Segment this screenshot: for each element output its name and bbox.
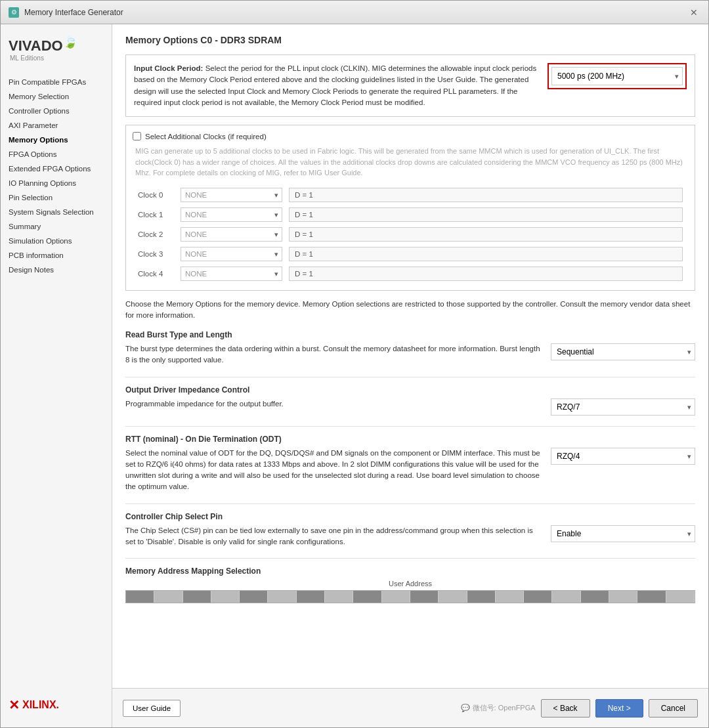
next-button[interactable]: Next > xyxy=(595,699,643,717)
app-icon: ⚙ xyxy=(9,7,19,18)
sidebar-item-controller-options[interactable]: Controller Options xyxy=(1,104,112,118)
title-bar: ⚙ Memory Interface Generator ✕ xyxy=(1,1,708,24)
clock-rows: Clock 0 NONE D = 1 Clock 1 xyxy=(133,185,688,284)
clock-row-2: Clock 2 NONE D = 1 xyxy=(133,225,688,244)
clock-1-select-wrapper: NONE xyxy=(181,207,282,222)
read-burst-description: The burst type determines the data order… xyxy=(125,343,543,366)
clock-1-select[interactable]: NONE xyxy=(181,207,282,222)
close-button[interactable]: ✕ xyxy=(687,6,700,19)
clock-0-eq: D = 1 xyxy=(289,188,683,202)
divider-1 xyxy=(125,377,695,377)
additional-clocks-checkbox[interactable] xyxy=(133,132,141,140)
sidebar-item-design-notes[interactable]: Design Notes xyxy=(1,263,112,277)
address-seg-12 xyxy=(439,591,467,603)
address-seg-2 xyxy=(154,591,183,603)
address-seg-10 xyxy=(382,591,410,603)
output-driver-section: Output Driver Impedance Control Programm… xyxy=(125,385,695,416)
content-area: Memory Options C0 - DDR3 SDRAM Input Clo… xyxy=(112,24,708,727)
user-guide-button[interactable]: User Guide xyxy=(123,700,181,717)
clock-3-select-wrapper: NONE xyxy=(181,247,282,261)
address-seg-1 xyxy=(126,591,154,603)
clock-period-description: Input Clock Period: Select the period fo… xyxy=(134,63,540,108)
rtt-section: RTT (nominal) - On Die Termination (ODT)… xyxy=(125,435,695,493)
read-burst-row: The burst type determines the data order… xyxy=(125,343,695,366)
sidebar-item-simulation-options[interactable]: Simulation Options xyxy=(1,234,112,248)
clock-row-4: Clock 4 NONE D = 1 xyxy=(133,264,688,284)
read-burst-select-wrapper: Sequential Interleaved xyxy=(551,343,695,360)
clock-3-label: Clock 3 xyxy=(138,250,174,258)
additional-clocks-label: Select Additional Clocks (if required) xyxy=(145,133,267,140)
clock-0-select-wrapper: NONE xyxy=(181,188,282,202)
rtt-row: Select the nominal value of ODT for the … xyxy=(125,448,695,493)
vivado-logo: VIVADO 🍃 ML Editions xyxy=(9,37,104,62)
read-burst-select[interactable]: Sequential Interleaved xyxy=(551,343,695,360)
address-seg-3 xyxy=(183,591,211,603)
sidebar-item-axi-parameter[interactable]: AXI Parameter xyxy=(1,118,112,133)
chip-select-select-wrapper: Enable Disable xyxy=(551,525,695,542)
sidebar-item-pcb-information[interactable]: PCB information xyxy=(1,248,112,263)
sidebar-item-system-signals[interactable]: System Signals Selection xyxy=(1,205,112,219)
content-scroll[interactable]: Memory Options C0 - DDR3 SDRAM Input Clo… xyxy=(112,24,708,688)
page-title: Memory Options C0 - DDR3 SDRAM xyxy=(125,35,695,45)
content-inner: Memory Options C0 - DDR3 SDRAM Input Clo… xyxy=(112,24,708,633)
read-burst-section: Read Burst Type and Length The burst typ… xyxy=(125,330,695,366)
chip-select-section: Controller Chip Select Pin The Chip Sele… xyxy=(125,512,695,548)
sidebar-item-extended-fpga-options[interactable]: Extended FPGA Options xyxy=(1,161,112,176)
clock-row-1: Clock 1 NONE D = 1 xyxy=(133,205,688,225)
divider-4 xyxy=(125,558,695,559)
logo-area: VIVADO 🍃 ML Editions xyxy=(1,31,112,75)
output-driver-select-wrapper: RZQ/7 RZQ/6 xyxy=(551,398,695,416)
cancel-button[interactable]: Cancel xyxy=(649,699,698,717)
sidebar-item-pin-selection[interactable]: Pin Selection xyxy=(1,190,112,205)
window-title: Memory Interface Generator xyxy=(24,8,123,17)
clock-period-select-container: 5000 ps (200 MHz) 4000 ps (250 MHz) 3000… xyxy=(548,63,687,89)
address-seg-9 xyxy=(353,591,381,603)
sidebar-item-memory-selection[interactable]: Memory Selection xyxy=(1,89,112,104)
clock-2-select-wrapper: NONE xyxy=(181,227,282,242)
address-seg-7 xyxy=(297,591,325,603)
address-seg-15 xyxy=(524,591,552,603)
sidebar-bottom: ✕ XILINX. xyxy=(1,689,112,721)
clock-1-eq: D = 1 xyxy=(289,207,683,222)
watermark-text: 💬 微信号: OpenFPGA xyxy=(461,703,536,713)
address-seg-16 xyxy=(552,591,580,603)
sidebar-item-io-planning-options[interactable]: IO Planning Options xyxy=(1,176,112,190)
address-seg-6 xyxy=(268,591,296,603)
wechat-icon: 💬 xyxy=(461,704,470,712)
input-clock-period-section: Input Clock Period: Select the period fo… xyxy=(125,54,695,117)
info-text: Choose the Memory Options for the memory… xyxy=(125,299,695,322)
clock-period-label-bold: Input Clock Period: xyxy=(134,64,203,72)
output-driver-select[interactable]: RZQ/7 RZQ/6 xyxy=(551,398,695,416)
additional-clocks-section: Select Additional Clocks (if required) M… xyxy=(125,125,695,291)
clock-row-3: Clock 3 NONE D = 1 xyxy=(133,244,688,264)
clock-period-select-wrapper: 5000 ps (200 MHz) 4000 ps (250 MHz) 3000… xyxy=(551,67,683,85)
clock-period-select[interactable]: 5000 ps (200 MHz) 4000 ps (250 MHz) 3000… xyxy=(551,67,683,85)
address-seg-5 xyxy=(240,591,268,603)
address-seg-11 xyxy=(410,591,439,603)
sidebar-item-memory-options[interactable]: Memory Options xyxy=(1,133,112,147)
sidebar-item-fpga-options[interactable]: FPGA Options xyxy=(1,147,112,161)
sidebar-item-summary[interactable]: Summary xyxy=(1,219,112,234)
rtt-description: Select the nominal value of ODT for the … xyxy=(125,448,543,493)
rtt-select[interactable]: RZQ/4 RZQ/2 RZQ/6 RZQ/8 Disabled xyxy=(551,448,695,465)
address-bar xyxy=(125,590,695,603)
chip-select-header: Controller Chip Select Pin xyxy=(125,512,695,521)
address-seg-20 xyxy=(666,591,695,603)
address-seg-8 xyxy=(325,591,353,603)
chip-select-row: The Chip Select (CS#) pin can be tied lo… xyxy=(125,525,695,548)
divider-2 xyxy=(125,426,695,427)
clock-4-select[interactable]: NONE xyxy=(181,267,282,281)
xilinx-x-icon: ✕ xyxy=(9,697,20,713)
output-driver-header: Output Driver Impedance Control xyxy=(125,385,695,395)
clock-0-select[interactable]: NONE xyxy=(181,188,282,202)
address-seg-4 xyxy=(211,591,240,603)
clock-1-label: Clock 1 xyxy=(138,211,174,219)
clock-2-select[interactable]: NONE xyxy=(181,227,282,242)
chip-select-select[interactable]: Enable Disable xyxy=(551,525,695,542)
back-button[interactable]: < Back xyxy=(541,699,590,717)
output-driver-row: Programmable impedance for the output bu… xyxy=(125,398,695,416)
clock-3-select[interactable]: NONE xyxy=(181,247,282,261)
title-bar-left: ⚙ Memory Interface Generator xyxy=(9,7,123,18)
sidebar-item-pin-compatible[interactable]: Pin Compatible FPGAs xyxy=(1,75,112,89)
user-address-label: User Address xyxy=(125,580,695,588)
